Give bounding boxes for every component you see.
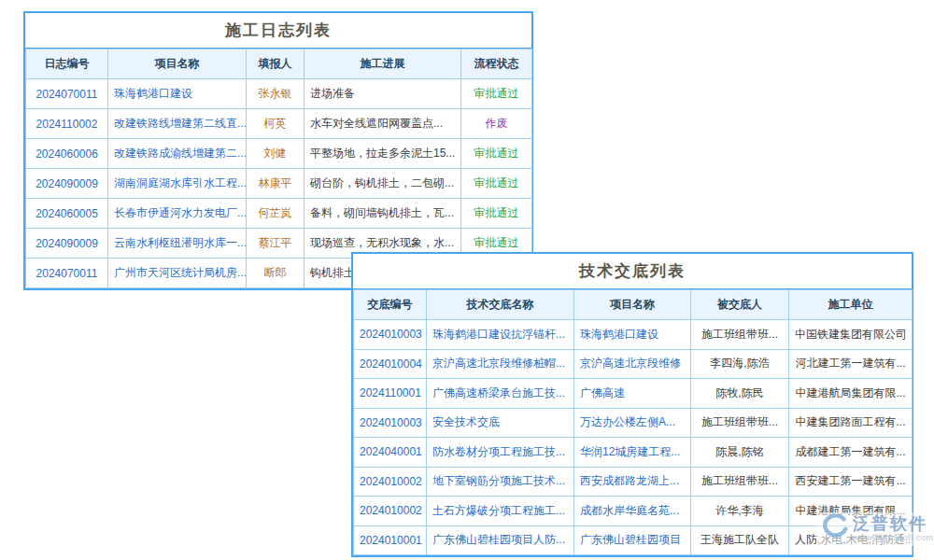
log-id-link[interactable]: 2024090009	[26, 229, 108, 259]
table-row[interactable]: 2024010002 地下室钢筋分项施工技术... 西安成都路龙湖上... 施工…	[354, 467, 913, 497]
log-id-link[interactable]: 2024110002	[26, 109, 108, 139]
status-badge: 作废	[461, 109, 532, 139]
fanpu-swirl-icon	[820, 514, 848, 544]
disc-person: 施工班组带班...	[691, 408, 789, 438]
log-progress: 砌台阶，钩机排土，二包砌...	[304, 169, 461, 199]
disc-unit: 中国铁建集团有限公司	[789, 320, 913, 350]
disc-col-unit: 施工单位	[789, 290, 913, 320]
disc-name-link[interactable]: 地下室钢筋分项施工技术...	[427, 467, 574, 497]
disc-name-link[interactable]: 广佛高速桥梁承台施工技...	[427, 379, 574, 409]
disc-person: 陈晨,陈铭	[691, 438, 789, 468]
fanpu-url: www.fanpusoft.com	[853, 534, 934, 543]
log-progress: 水车对全线遮阳网覆盖点...	[304, 109, 461, 139]
table-row[interactable]: 2024090009 湖南洞庭湖水库引水工程... 林康平 砌台阶，钩机排土，二…	[26, 169, 532, 199]
table-row[interactable]: 2024110002 改建铁路线增建第二线直... 柯英 水车对全线遮阳网覆盖点…	[26, 109, 532, 139]
log-col-reporter: 填报人	[247, 49, 304, 79]
log-reporter: 蔡江平	[247, 229, 304, 259]
construction-log-panel: 施工日志列表 日志编号 项目名称 填报人 施工进展 流程状态 202407001…	[23, 11, 533, 290]
table-row[interactable]: 2024010003 安全技术交底 万达办公楼左侧A... 施工班组带班... …	[354, 408, 913, 438]
disc-unit: 西安建工第一建筑有...	[789, 467, 913, 497]
log-reporter: 何芷岚	[247, 199, 304, 229]
fanpu-brand-name: 泛普软件	[853, 515, 934, 534]
disc-project-link[interactable]: 西安成都路龙湖上...	[574, 467, 691, 497]
fanpu-logo-text: 泛普软件 www.fanpusoft.com	[853, 515, 934, 543]
log-project-link[interactable]: 云南水利枢纽潜明水库一...	[108, 229, 247, 259]
log-project-link[interactable]: 湖南洞庭湖水库引水工程...	[108, 169, 247, 199]
log-project-link[interactable]: 长春市伊通河水力发电厂...	[108, 199, 247, 229]
disc-col-id: 交底编号	[354, 290, 427, 320]
table-row[interactable]: 2024070011 珠海鹤港口建设 张永银 进场准备 审批通过	[26, 79, 532, 109]
disc-unit: 成都建工第一建筑有...	[789, 438, 913, 468]
disc-project-link[interactable]: 京沪高速北京段维修	[574, 349, 691, 379]
table-row[interactable]: 2024010003 珠海鹤港口建设抗浮锚杆... 珠海鹤港口建设 施工班组带班…	[354, 320, 913, 350]
log-reporter: 断郎	[247, 259, 304, 288]
log-progress: 平整场地，拉走多余泥土15...	[304, 139, 461, 169]
log-project-link[interactable]: 改建铁路成渝线增建第二...	[108, 139, 247, 169]
disc-project-link[interactable]: 珠海鹤港口建设	[574, 320, 691, 350]
log-table-header-row: 日志编号 项目名称 填报人 施工进展 流程状态	[26, 49, 532, 79]
log-reporter: 林康平	[247, 169, 304, 199]
status-badge: 审批通过	[461, 79, 532, 109]
disc-person: 施工班组带班...	[691, 467, 789, 497]
disc-col-name: 技术交底名称	[427, 290, 574, 320]
status-badge: 审批通过	[461, 169, 532, 199]
log-project-link[interactable]: 珠海鹤港口建设	[108, 79, 247, 109]
disc-project-link[interactable]: 成都水岸华庭名苑...	[574, 497, 691, 526]
log-col-id: 日志编号	[26, 49, 108, 79]
log-progress: 备料，砌间墙钩机排土，瓦...	[304, 199, 461, 229]
table-row[interactable]: 2024060006 改建铁路成渝线增建第二... 刘健 平整场地，拉走多余泥土…	[26, 139, 532, 169]
disc-name-link[interactable]: 防水卷材分项工程施工技...	[427, 438, 574, 468]
technical-disclosure-panel: 技术交底列表 交底编号 技术交底名称 项目名称 被交底人 施工单位 202401…	[351, 252, 913, 557]
log-id-link[interactable]: 2024070011	[26, 79, 108, 109]
log-col-progress: 施工进展	[304, 49, 461, 79]
log-project-link[interactable]: 改建铁路线增建第二线直...	[108, 109, 247, 139]
disc-unit: 河北建工第一建筑有...	[789, 349, 913, 379]
disc-project-link[interactable]: 万达办公楼左侧A...	[574, 408, 691, 438]
disc-unit: 中建集团路面工程有...	[789, 408, 913, 438]
disc-name-link[interactable]: 安全技术交底	[427, 408, 574, 438]
table-row[interactable]: 2024010004 京沪高速北京段维修桩帽... 京沪高速北京段维修 李四海,…	[354, 349, 913, 379]
log-id-link[interactable]: 2024090009	[26, 169, 108, 199]
disc-id-link[interactable]: 2024010003	[354, 408, 427, 438]
status-badge: 审批通过	[461, 139, 532, 169]
disc-person: 陈牧,陈民	[691, 379, 789, 409]
disclosure-table-title: 技术交底列表	[353, 254, 912, 289]
disc-col-project: 项目名称	[574, 290, 691, 320]
disc-id-link[interactable]: 2024010002	[354, 497, 427, 526]
disc-unit: 中建港航局集团有限...	[789, 379, 913, 409]
log-id-link[interactable]: 2024060005	[26, 199, 108, 229]
fanpu-logo: 泛普软件 www.fanpusoft.com	[816, 512, 934, 546]
disc-person: 李四海,陈浩	[691, 349, 789, 379]
log-table-title: 施工日志列表	[25, 13, 531, 49]
log-reporter: 柯英	[247, 109, 304, 139]
disc-person: 许华,李海	[691, 497, 789, 526]
table-row[interactable]: 2024060005 长春市伊通河水力发电厂... 何芷岚 备料，砌间墙钩机排土…	[26, 199, 532, 229]
disc-person: 王海施工队全队	[691, 525, 789, 555]
disclosure-table-header-row: 交底编号 技术交底名称 项目名称 被交底人 施工单位	[354, 290, 913, 320]
disc-name-link[interactable]: 广东佛山碧桂园项目人防...	[427, 525, 574, 555]
log-id-link[interactable]: 2024060006	[26, 139, 108, 169]
disc-name-link[interactable]: 珠海鹤港口建设抗浮锚杆...	[427, 320, 574, 350]
disc-id-link[interactable]: 2024110001	[354, 379, 427, 409]
disc-project-link[interactable]: 华润12城房建工程...	[574, 438, 691, 468]
log-col-project: 项目名称	[108, 49, 247, 79]
disc-name-link[interactable]: 京沪高速北京段维修桩帽...	[427, 349, 574, 379]
table-row[interactable]: 2024040001 防水卷材分项工程施工技... 华润12城房建工程... 陈…	[354, 438, 913, 468]
disc-project-link[interactable]: 广佛高速	[574, 379, 691, 409]
disc-project-link[interactable]: 广东佛山碧桂园项目	[574, 525, 691, 555]
log-col-status: 流程状态	[461, 49, 532, 79]
log-id-link[interactable]: 2024070011	[26, 259, 108, 288]
table-row[interactable]: 2024110001 广佛高速桥梁承台施工技... 广佛高速 陈牧,陈民 中建港…	[354, 379, 913, 409]
disc-person: 施工班组带班...	[691, 320, 789, 350]
status-badge: 审批通过	[461, 199, 532, 229]
disc-id-link[interactable]: 2024010002	[354, 467, 427, 497]
log-reporter: 刘健	[247, 139, 304, 169]
log-project-link[interactable]: 广州市天河区统计局机房...	[108, 259, 247, 288]
disc-id-link[interactable]: 2024010004	[354, 349, 427, 379]
log-progress: 进场准备	[304, 79, 461, 109]
disc-col-person: 被交底人	[691, 290, 789, 320]
disc-id-link[interactable]: 2024010001	[354, 525, 427, 555]
disc-name-link[interactable]: 土石方爆破分项工程施工...	[427, 497, 574, 526]
disc-id-link[interactable]: 2024010003	[354, 320, 427, 350]
disc-id-link[interactable]: 2024040001	[354, 438, 427, 468]
